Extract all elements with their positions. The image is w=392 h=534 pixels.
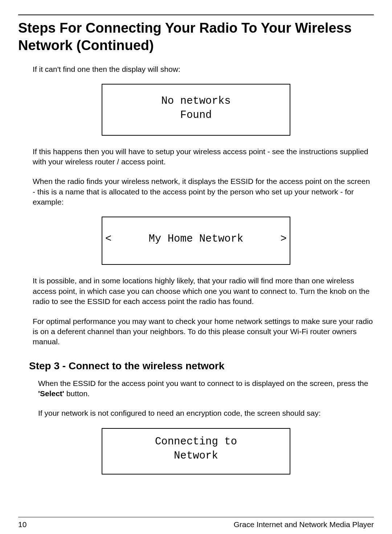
display-line1: No networks xyxy=(161,95,230,107)
left-arrow-icon: < xyxy=(105,233,111,245)
display-line2: Network xyxy=(174,450,218,462)
paragraph-1: If it can't find one then the display wi… xyxy=(33,64,374,74)
paragraph-7: If your network is not configured to nee… xyxy=(38,408,374,418)
top-rule xyxy=(18,15,374,15)
main-title: Steps For Connecting Your Radio To Your … xyxy=(18,20,374,54)
select-bold: 'Select' xyxy=(38,389,64,398)
display-line1: Connecting to xyxy=(155,436,237,448)
display-connecting: Connecting to Network xyxy=(102,428,290,475)
paragraph-4: It is possible, and in some locations hi… xyxy=(33,276,374,307)
paragraph-2: If this happens then you will have to se… xyxy=(33,147,374,167)
paragraph-6: When the ESSID for the access point you … xyxy=(38,378,374,399)
footer-title: Grace Internet and Network Media Player xyxy=(234,520,374,529)
paragraph-3: When the radio finds your wireless netwo… xyxy=(33,176,374,207)
display-line2: Found xyxy=(180,109,212,121)
display-essid-text: My Home Network xyxy=(111,232,280,246)
display-text: Connecting to Network xyxy=(105,435,287,463)
display-essid: < My Home Network > xyxy=(102,217,290,265)
para6b: button. xyxy=(64,389,90,398)
display-text: No networks Found xyxy=(105,94,287,122)
footer: 10 Grace Internet and Network Media Play… xyxy=(18,520,374,529)
paragraph-5: For optimal performance you may want to … xyxy=(33,316,374,347)
display-no-networks: No networks Found xyxy=(102,84,290,135)
para6a: When the ESSID for the access point you … xyxy=(38,379,368,387)
page-number: 10 xyxy=(18,520,26,529)
bottom-rule xyxy=(18,517,374,517)
step3-heading: Step 3 - Connect to the wireless network xyxy=(29,360,374,372)
right-arrow-icon: > xyxy=(281,233,287,245)
